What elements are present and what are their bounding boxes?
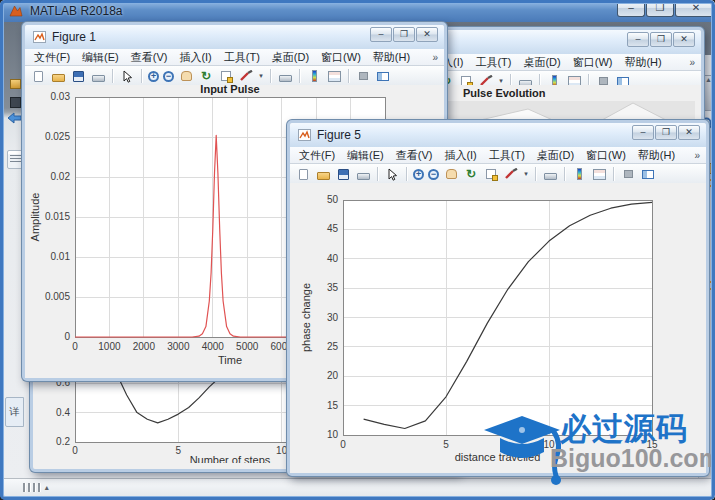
new-figure-icon[interactable] [29,69,47,84]
menu-item[interactable]: 桌面(D) [537,148,574,163]
chevron-down-icon[interactable]: ▾ [257,69,265,84]
insert-plot-icon[interactable] [541,167,559,182]
main-window-controls: – ❐ ✕ [617,0,715,17]
figure-title: Figure 1 [52,30,96,44]
svg-text:3000: 3000 [167,341,190,352]
menu-item[interactable]: 窗口(W) [586,148,626,163]
menu-item[interactable]: 文件(F) [299,148,335,163]
svg-text:2000: 2000 [133,341,156,352]
svg-text:0.015: 0.015 [45,211,70,222]
back-arrow-icon[interactable] [7,112,22,124]
close-button[interactable]: ✕ [678,125,700,140]
menu-item[interactable]: 桌面(D) [272,50,309,65]
zoom-in-icon[interactable]: + [147,70,160,83]
open-file-icon[interactable] [314,167,332,182]
close-button[interactable]: ✕ [673,32,695,47]
zoom-out-icon[interactable]: − [427,168,440,181]
maximize-button[interactable]: ❐ [655,125,677,140]
details-tab[interactable]: 详 [5,397,24,427]
zoom-in-icon[interactable]: + [412,168,425,181]
pointer-icon[interactable] [383,167,401,182]
insert-legend-icon[interactable] [325,69,343,84]
menu-item[interactable]: 插入(I) [179,50,211,65]
pan-icon[interactable] [442,167,460,182]
data-cursor-icon[interactable] [217,69,235,84]
maximize-button[interactable]: ❐ [393,27,415,42]
hide-plot-tools-icon[interactable] [354,69,372,84]
watermark-domain: Biguo100.com [550,444,715,473]
open-file-icon[interactable] [49,69,67,84]
menu-overflow-icon[interactable]: » [694,150,700,161]
save-icon[interactable] [69,69,87,84]
menu-item[interactable]: 工具(T) [224,50,260,65]
minimize-button[interactable]: – [632,125,654,140]
print-icon[interactable] [354,167,372,182]
menu-item[interactable]: 查看(V) [131,50,168,65]
menubar: 入(I)工具(T)桌面(D)窗口(W)帮助(H)» [433,54,701,71]
y-axis-label: phase change [300,283,312,352]
start-grip[interactable]: ▴ [23,483,49,492]
maximize-button[interactable]: ❐ [646,0,674,17]
data-cursor-icon[interactable] [482,167,500,182]
insert-plot-icon[interactable] [276,69,294,84]
hide-plot-tools-icon[interactable] [619,167,637,182]
menu-item[interactable]: 编辑(E) [347,148,384,163]
watermark: 必过源码 Biguo100.com [484,408,710,494]
show-plot-tools-icon[interactable] [639,167,657,182]
figure-window-controls: – ❐ ✕ [632,125,700,140]
svg-text:40: 40 [327,253,339,264]
svg-text:5000: 5000 [236,341,259,352]
menu-item[interactable]: 帮助(H) [624,55,661,70]
minimize-button[interactable]: – [617,0,645,17]
close-button[interactable]: ✕ [416,27,438,42]
menu-overflow-icon[interactable]: » [432,52,438,63]
svg-text:0.2: 0.2 [56,436,70,447]
svg-text:30: 30 [327,312,339,323]
brush-icon[interactable] [237,69,255,84]
figure-icon [298,129,311,141]
pointer-icon[interactable] [118,69,136,84]
toolbar: + − ↻ ▾ [25,66,444,87]
new-figure-icon[interactable] [294,167,312,182]
save-icon[interactable] [334,167,352,182]
window-title: MATLAB R2018a [30,4,123,18]
print-icon[interactable] [89,69,107,84]
menu-item[interactable]: 查看(V) [396,148,433,163]
zoom-out-icon[interactable]: − [162,70,175,83]
minimize-button[interactable]: – [627,32,649,47]
insert-colorbar-icon[interactable] [570,167,588,182]
figure-title: Figure 5 [317,128,361,142]
menu-item[interactable]: 工具(T) [475,55,511,70]
minimize-button[interactable]: – [370,27,392,42]
figure-titlebar[interactable]: Figure 1 – ❐ ✕ [25,25,444,49]
menu-item[interactable]: 编辑(E) [82,50,119,65]
figure-titlebar[interactable]: – ❐ ✕ [433,30,701,54]
chevron-down-icon[interactable]: ▾ [522,167,530,182]
menu-item[interactable]: 窗口(W) [321,50,361,65]
rotate3d-icon[interactable]: ↻ [197,69,215,84]
insert-legend-icon[interactable] [590,167,608,182]
menu-item[interactable]: 帮助(H) [638,148,675,163]
pan-icon[interactable] [177,69,195,84]
toolstrip-icon[interactable] [10,79,21,89]
menu-item[interactable]: 窗口(W) [573,55,613,70]
x-axis-label: Number of steps [190,454,271,463]
toolstrip-icon[interactable] [10,97,21,108]
figure-titlebar[interactable]: Figure 5 – ❐ ✕ [290,123,706,147]
show-plot-tools-icon[interactable] [374,69,392,84]
menu-overflow-icon[interactable]: » [689,57,695,68]
menu-item[interactable]: 帮助(H) [373,50,410,65]
y-axis-label: Amplitude [29,193,41,242]
insert-colorbar-icon[interactable] [305,69,323,84]
x-axis-label: Time [218,354,242,366]
brush-icon[interactable] [502,167,520,182]
close-button[interactable]: ✕ [675,0,715,17]
menu-item[interactable]: 文件(F) [34,50,70,65]
rotate3d-icon[interactable]: ↻ [462,167,480,182]
svg-text:10: 10 [327,429,339,440]
menu-item[interactable]: 桌面(D) [523,55,560,70]
maximize-button[interactable]: ❐ [650,32,672,47]
menu-item[interactable]: 工具(T) [489,148,525,163]
matlab-titlebar[interactable]: MATLAB R2018a [0,0,715,22]
menu-item[interactable]: 插入(I) [444,148,476,163]
